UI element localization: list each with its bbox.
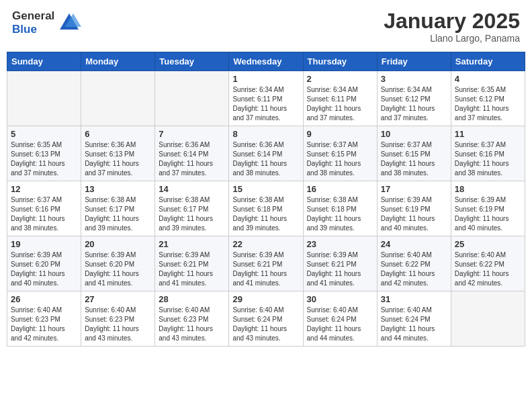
day-number: 31 (381, 294, 447, 304)
logo-blue: Blue (12, 23, 37, 36)
weekday-header: Sunday (7, 52, 81, 71)
day-number: 24 (381, 239, 447, 249)
day-number: 12 (11, 184, 77, 194)
calendar-day-cell: 30Sunrise: 6:40 AM Sunset: 6:24 PM Dayli… (303, 291, 377, 347)
calendar-day-cell: 11Sunrise: 6:37 AM Sunset: 6:16 PM Dayli… (451, 126, 525, 181)
weekday-header: Wednesday (229, 52, 303, 71)
day-number: 29 (232, 294, 299, 304)
weekday-header-row: SundayMondayTuesdayWednesdayThursdayFrid… (7, 52, 525, 71)
day-number: 14 (159, 184, 225, 194)
day-info: Sunrise: 6:40 AM Sunset: 6:23 PM Dayligh… (11, 306, 77, 343)
day-info: Sunrise: 6:38 AM Sunset: 6:17 PM Dayligh… (85, 195, 151, 233)
day-number: 19 (11, 239, 77, 249)
calendar-day-cell: 6Sunrise: 6:36 AM Sunset: 6:13 PM Daylig… (81, 126, 155, 181)
calendar-week-row: 1Sunrise: 6:34 AM Sunset: 6:11 PM Daylig… (7, 71, 525, 126)
day-info: Sunrise: 6:39 AM Sunset: 6:19 PM Dayligh… (381, 195, 447, 233)
day-number: 18 (455, 184, 521, 194)
calendar-day-cell: 24Sunrise: 6:40 AM Sunset: 6:22 PM Dayli… (377, 236, 451, 291)
weekday-header: Monday (81, 52, 155, 71)
day-number: 7 (159, 129, 225, 139)
day-number: 20 (85, 239, 151, 249)
day-number: 2 (307, 74, 373, 84)
month-title: January 2025 (384, 9, 520, 33)
calendar-day-cell (155, 71, 229, 126)
calendar-day-cell: 22Sunrise: 6:39 AM Sunset: 6:21 PM Dayli… (229, 236, 303, 291)
calendar-day-cell: 20Sunrise: 6:39 AM Sunset: 6:20 PM Dayli… (81, 236, 155, 291)
calendar-week-row: 19Sunrise: 6:39 AM Sunset: 6:20 PM Dayli… (7, 236, 525, 291)
day-info: Sunrise: 6:37 AM Sunset: 6:16 PM Dayligh… (455, 140, 521, 178)
day-info: Sunrise: 6:35 AM Sunset: 6:12 PM Dayligh… (455, 85, 521, 123)
calendar-week-row: 26Sunrise: 6:40 AM Sunset: 6:23 PM Dayli… (7, 291, 525, 347)
subtitle: Llano Largo, Panama (384, 33, 520, 44)
calendar-day-cell: 31Sunrise: 6:40 AM Sunset: 6:24 PM Dayli… (377, 291, 451, 347)
day-info: Sunrise: 6:39 AM Sunset: 6:21 PM Dayligh… (232, 250, 299, 288)
day-number: 28 (159, 294, 225, 304)
day-number: 11 (455, 129, 521, 139)
day-info: Sunrise: 6:39 AM Sunset: 6:21 PM Dayligh… (307, 250, 373, 288)
calendar-day-cell: 21Sunrise: 6:39 AM Sunset: 6:21 PM Dayli… (155, 236, 229, 291)
day-number: 26 (11, 294, 77, 304)
day-info: Sunrise: 6:36 AM Sunset: 6:14 PM Dayligh… (159, 140, 225, 178)
logo-general: General (12, 9, 54, 22)
day-info: Sunrise: 6:34 AM Sunset: 6:12 PM Dayligh… (381, 85, 447, 123)
day-info: Sunrise: 6:35 AM Sunset: 6:13 PM Dayligh… (11, 140, 77, 178)
day-info: Sunrise: 6:39 AM Sunset: 6:20 PM Dayligh… (85, 250, 151, 288)
calendar-day-cell: 12Sunrise: 6:37 AM Sunset: 6:16 PM Dayli… (7, 181, 81, 236)
day-info: Sunrise: 6:39 AM Sunset: 6:19 PM Dayligh… (455, 195, 521, 233)
day-number: 30 (307, 294, 373, 304)
day-info: Sunrise: 6:38 AM Sunset: 6:17 PM Dayligh… (159, 195, 225, 233)
day-info: Sunrise: 6:37 AM Sunset: 6:16 PM Dayligh… (11, 195, 77, 233)
day-number: 23 (307, 239, 373, 249)
page-header: General Blue January 2025 Llano Largo, P… (7, 7, 525, 46)
day-info: Sunrise: 6:40 AM Sunset: 6:22 PM Dayligh… (381, 250, 447, 288)
logo-text: General Blue (12, 9, 81, 36)
day-number: 16 (307, 184, 373, 194)
weekday-header: Saturday (451, 52, 525, 71)
day-info: Sunrise: 6:40 AM Sunset: 6:24 PM Dayligh… (381, 306, 447, 343)
calendar-day-cell: 19Sunrise: 6:39 AM Sunset: 6:20 PM Dayli… (7, 236, 81, 291)
day-number: 9 (307, 129, 373, 139)
calendar-day-cell: 23Sunrise: 6:39 AM Sunset: 6:21 PM Dayli… (303, 236, 377, 291)
calendar-day-cell: 10Sunrise: 6:37 AM Sunset: 6:15 PM Dayli… (377, 126, 451, 181)
day-number: 17 (381, 184, 447, 194)
calendar-day-cell: 5Sunrise: 6:35 AM Sunset: 6:13 PM Daylig… (7, 126, 81, 181)
calendar-day-cell (451, 291, 525, 347)
day-info: Sunrise: 6:36 AM Sunset: 6:13 PM Dayligh… (85, 140, 151, 178)
calendar-day-cell: 29Sunrise: 6:40 AM Sunset: 6:24 PM Dayli… (229, 291, 303, 347)
calendar-week-row: 5Sunrise: 6:35 AM Sunset: 6:13 PM Daylig… (7, 126, 525, 181)
calendar-day-cell: 25Sunrise: 6:40 AM Sunset: 6:22 PM Dayli… (451, 236, 525, 291)
day-number: 10 (381, 129, 447, 139)
day-info: Sunrise: 6:37 AM Sunset: 6:15 PM Dayligh… (381, 140, 447, 178)
logo: General Blue (12, 9, 81, 36)
calendar-day-cell: 1Sunrise: 6:34 AM Sunset: 6:11 PM Daylig… (229, 71, 303, 126)
calendar-day-cell: 8Sunrise: 6:36 AM Sunset: 6:14 PM Daylig… (229, 126, 303, 181)
day-info: Sunrise: 6:40 AM Sunset: 6:23 PM Dayligh… (159, 306, 225, 343)
day-info: Sunrise: 6:39 AM Sunset: 6:20 PM Dayligh… (11, 250, 77, 288)
day-number: 1 (232, 74, 299, 84)
calendar-day-cell: 9Sunrise: 6:37 AM Sunset: 6:15 PM Daylig… (303, 126, 377, 181)
calendar-day-cell: 16Sunrise: 6:38 AM Sunset: 6:18 PM Dayli… (303, 181, 377, 236)
logo-icon (57, 11, 81, 35)
day-number: 27 (85, 294, 151, 304)
day-number: 8 (232, 129, 299, 139)
day-number: 6 (85, 129, 151, 139)
calendar-day-cell: 13Sunrise: 6:38 AM Sunset: 6:17 PM Dayli… (81, 181, 155, 236)
calendar-day-cell: 28Sunrise: 6:40 AM Sunset: 6:23 PM Dayli… (155, 291, 229, 347)
calendar-day-cell: 4Sunrise: 6:35 AM Sunset: 6:12 PM Daylig… (451, 71, 525, 126)
day-number: 21 (159, 239, 225, 249)
day-info: Sunrise: 6:40 AM Sunset: 6:24 PM Dayligh… (307, 306, 373, 343)
day-info: Sunrise: 6:40 AM Sunset: 6:22 PM Dayligh… (455, 250, 521, 288)
weekday-header: Tuesday (155, 52, 229, 71)
calendar-week-row: 12Sunrise: 6:37 AM Sunset: 6:16 PM Dayli… (7, 181, 525, 236)
day-info: Sunrise: 6:40 AM Sunset: 6:24 PM Dayligh… (232, 306, 299, 343)
day-info: Sunrise: 6:38 AM Sunset: 6:18 PM Dayligh… (307, 195, 373, 233)
calendar-day-cell: 18Sunrise: 6:39 AM Sunset: 6:19 PM Dayli… (451, 181, 525, 236)
calendar-day-cell: 26Sunrise: 6:40 AM Sunset: 6:23 PM Dayli… (7, 291, 81, 347)
calendar-day-cell: 17Sunrise: 6:39 AM Sunset: 6:19 PM Dayli… (377, 181, 451, 236)
calendar-day-cell: 27Sunrise: 6:40 AM Sunset: 6:23 PM Dayli… (81, 291, 155, 347)
day-number: 15 (232, 184, 299, 194)
day-number: 5 (11, 129, 77, 139)
calendar-day-cell (81, 71, 155, 126)
calendar-day-cell: 3Sunrise: 6:34 AM Sunset: 6:12 PM Daylig… (377, 71, 451, 126)
calendar-day-cell (7, 71, 81, 126)
